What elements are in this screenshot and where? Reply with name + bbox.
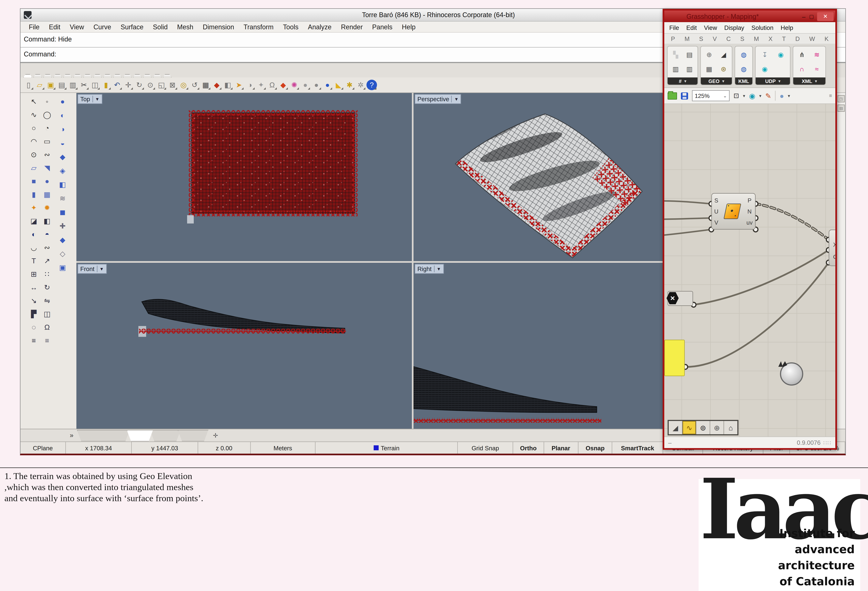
menu-item[interactable]: Help (781, 24, 793, 31)
save-document-icon[interactable] (681, 92, 688, 99)
checker-grid-icon[interactable]: ▚ (673, 51, 678, 59)
menu-item[interactable]: Dimension (203, 23, 234, 31)
category-tab[interactable]: T (782, 35, 786, 42)
wire-diamond-icon[interactable]: ◇ (56, 247, 69, 261)
wireframe-sphere-icon[interactable]: ● (300, 80, 310, 90)
solid-cube-icon[interactable]: ◼ (56, 205, 69, 219)
toolbar-tab[interactable] (93, 74, 102, 77)
viewport-top[interactable]: Top▼ (77, 93, 412, 261)
preview-chip-icon[interactable]: ⊚ (697, 421, 710, 434)
category-tab[interactable]: S (740, 35, 744, 42)
select-tool-icon[interactable]: ↖ (28, 94, 40, 108)
surface-divide-component[interactable]: S U V P N uv (712, 193, 756, 230)
text-tool-icon[interactable]: T (28, 254, 40, 267)
copy-icon[interactable]: ◫ (90, 80, 100, 90)
category-tab[interactable]: P (671, 35, 675, 42)
menu-item[interactable]: Tools (283, 23, 298, 31)
solid-hole-icon[interactable]: ◈ (56, 164, 69, 178)
globe-icon[interactable]: ⊕ (706, 51, 712, 59)
point-tool-icon[interactable]: ◦ (41, 94, 53, 108)
preview-eye-icon[interactable]: ◉ (749, 91, 755, 100)
grid-edit-icon[interactable]: ▦ (706, 65, 712, 73)
set-view-icon[interactable]: ➤ (233, 80, 244, 90)
options-icon[interactable]: ✲ (356, 80, 366, 90)
open-document-icon[interactable] (667, 92, 677, 99)
undo-view-icon[interactable]: ↺ (189, 80, 200, 90)
menu-item[interactable]: Panels (372, 23, 393, 31)
chevron-down-icon[interactable]: ▾ (759, 93, 761, 98)
trackball-widget[interactable] (780, 363, 803, 386)
patch-tool-icon[interactable]: ▦ (41, 187, 53, 201)
toggle-ortho[interactable]: Ortho (513, 442, 544, 454)
surface-points-tool-icon[interactable]: ▱ (28, 161, 40, 174)
toolbar-tab[interactable] (123, 74, 132, 77)
trim-tool-icon[interactable]: ◪ (28, 214, 40, 227)
viewport-tabs-overflow[interactable]: » (70, 432, 74, 439)
print-icon[interactable]: ▤ (56, 80, 67, 90)
viewport-layout-icon[interactable]: ▦ (201, 80, 211, 90)
sketch-terrain-icon[interactable]: ◢ (669, 421, 682, 434)
toolbar-tab[interactable] (73, 74, 82, 77)
box-tool-icon[interactable]: ■ (28, 174, 40, 187)
lock-icon[interactable]: Ω (267, 80, 278, 90)
render-preview-icon[interactable]: ◆ (211, 80, 222, 90)
split-tool-icon[interactable]: ◧ (41, 214, 53, 227)
boolean-union-tool-icon[interactable]: ◐ (28, 227, 40, 241)
status-z[interactable]: z 0.00 (198, 442, 251, 454)
hide-tool-icon[interactable]: ◌ (28, 320, 40, 333)
properties-tool-icon[interactable]: ≡ (41, 333, 53, 347)
curve-tool-icon[interactable]: ∾ (41, 148, 53, 161)
earth-globe2-icon[interactable]: ◍ (741, 65, 747, 73)
lock-tool-icon[interactable]: Ω (41, 320, 53, 333)
category-tab[interactable]: X (769, 35, 773, 42)
menu-item[interactable]: Analyze (308, 23, 332, 31)
cut-icon[interactable]: ✂ (78, 80, 89, 90)
blend-tool-icon[interactable]: ∾ (41, 241, 53, 254)
menu-item[interactable]: File (669, 24, 679, 31)
status-units[interactable]: Meters (251, 442, 316, 454)
save-icon[interactable]: ▣ (46, 80, 56, 90)
circle-3pt-tool-icon[interactable]: ◔ (41, 121, 53, 134)
menu-item[interactable]: Curve (93, 23, 111, 31)
chevron-down-icon[interactable]: ▾ (788, 93, 790, 98)
resize-grip-icon[interactable]: ∷∷ (823, 439, 831, 446)
boolean-split-icon[interactable]: ◒ (56, 136, 69, 150)
viewport-tab[interactable] (150, 430, 181, 441)
hexagon-viewport-icon[interactable]: ⌂ (724, 421, 737, 434)
toolbar-tab[interactable] (23, 74, 32, 77)
top-view-canvas[interactable] (77, 93, 412, 261)
collapse-dash[interactable]: – (668, 439, 672, 446)
pan-icon[interactable]: ✛ (123, 80, 133, 90)
toolbar-tab[interactable] (143, 74, 152, 77)
layer-tool-icon[interactable]: ≡ (28, 333, 40, 347)
clipped-component[interactable]: X G (829, 230, 836, 266)
named-view-icon[interactable]: ◑ (245, 80, 255, 90)
category-tab[interactable]: C (726, 35, 731, 42)
layers-icon[interactable]: ≋ (56, 192, 69, 205)
help-icon[interactable]: ? (366, 80, 377, 90)
toolbar-tab[interactable] (113, 74, 122, 77)
front-view-canvas[interactable] (77, 263, 412, 429)
category-tab[interactable]: K (825, 35, 829, 42)
menu-item[interactable]: Edit (686, 24, 697, 31)
export-doc-icon[interactable]: ▤ (686, 51, 692, 59)
render-settings-icon[interactable]: ◧ (223, 80, 233, 90)
block-tool-icon[interactable]: ⊞ (28, 267, 40, 280)
cylinder-tool-icon[interactable]: ▮ (28, 187, 40, 201)
zoom-window-icon[interactable]: ◱ (156, 80, 167, 90)
zoom-icon[interactable]: ⊙ (145, 80, 155, 90)
preview-sphere-icon[interactable]: ● (779, 91, 784, 100)
category-tab[interactable]: D (795, 35, 800, 42)
rendered-sphere-icon[interactable]: ● (322, 80, 333, 90)
grasshopper-canvas[interactable]: S U V P N uv X G ✕ (664, 104, 836, 436)
toolbar-tab[interactable] (103, 74, 112, 77)
menu-item[interactable]: Display (724, 24, 744, 31)
close-button[interactable]: ✕ (817, 12, 834, 21)
menu-item[interactable]: View (704, 24, 717, 31)
lamp-icon[interactable]: ✦ (256, 80, 266, 90)
menu-item[interactable]: Solution (751, 24, 774, 31)
zoom-extents-icon[interactable]: ⊡ (734, 92, 739, 100)
view-tool-icon[interactable]: ◫ (41, 307, 53, 320)
toggle-osnap[interactable]: Osnap (578, 442, 613, 454)
cap-icon[interactable]: ◧ (56, 178, 69, 192)
